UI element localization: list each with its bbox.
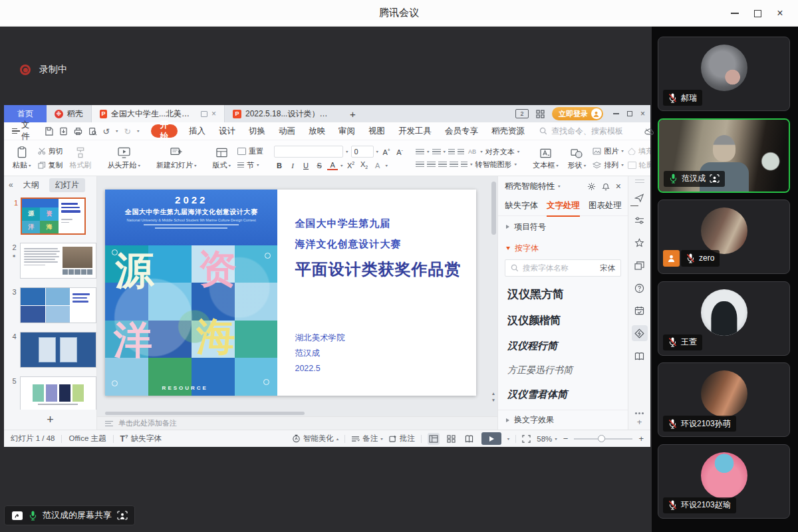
tab-grid-icon[interactable] — [536, 110, 545, 118]
collapse-panel-icon[interactable]: « — [9, 180, 13, 190]
align-center-icon[interactable] — [427, 162, 436, 168]
wps-close-icon[interactable]: × — [640, 110, 645, 118]
section-by-font[interactable]: 按字体 — [498, 237, 628, 259]
align-text-button[interactable]: 对齐文本▾ — [485, 147, 520, 157]
slide-thumbnail-preview[interactable] — [20, 287, 96, 323]
menu-item-review[interactable]: 审阅 — [332, 122, 362, 140]
notes-button[interactable]: 备注▾ — [351, 434, 383, 444]
slide-thumbnail-2[interactable]: 2✶ — [7, 243, 96, 279]
section-text-effects[interactable]: 换文字效果 — [498, 410, 628, 430]
text-direction-icon[interactable]: AB — [467, 148, 477, 155]
slide-thumbnail-5[interactable]: 5 — [7, 376, 96, 410]
font-list-item[interactable]: 汉仪雪君体简 — [507, 382, 618, 407]
superscript-button[interactable]: X2 — [346, 161, 356, 170]
play-options-caret-icon[interactable]: ▾ — [507, 436, 510, 441]
menu-item-transitions[interactable]: 切换 — [242, 122, 272, 140]
minimize-button[interactable] — [724, 0, 746, 27]
participant-tile[interactable]: 王萱 — [658, 281, 790, 356]
font-list-item[interactable]: 汉仪黑方简 — [507, 281, 618, 308]
line-spacing-icon[interactable] — [461, 162, 467, 168]
font-search-input[interactable] — [523, 264, 592, 272]
slide-thumbnail-preview[interactable] — [20, 243, 96, 279]
participant-tile[interactable]: 环设2103孙萌 — [658, 362, 790, 437]
help-clock-icon[interactable] — [632, 280, 648, 296]
scroll-down-icon[interactable]: ▼ — [491, 398, 495, 402]
zoom-in-button[interactable]: + — [638, 434, 644, 444]
tab-text-processing[interactable]: 文字处理 — [547, 195, 580, 217]
wps-restore-icon[interactable] — [627, 111, 632, 116]
increase-indent-icon[interactable] — [458, 149, 464, 155]
close-button[interactable]: × — [769, 0, 791, 27]
tab-slides[interactable]: 幻灯片 — [49, 178, 85, 192]
menu-item-member[interactable]: 会员专享 — [438, 122, 485, 140]
panel-title-caret-icon[interactable]: ▾ — [558, 184, 561, 189]
participant-tile[interactable]: 郝瑞 — [658, 37, 790, 111]
zoom-level[interactable]: 58%▾ — [537, 435, 557, 443]
panel-drag-handle[interactable] — [635, 180, 644, 183]
canvas-vertical-scrollbar[interactable] — [491, 179, 497, 386]
missing-font-status[interactable]: T? 缺失字体 — [120, 434, 162, 444]
increase-font-icon[interactable]: A+ — [381, 148, 392, 156]
slideshow-play-button[interactable] — [481, 432, 501, 445]
section-button[interactable]: 节▾ — [237, 160, 263, 170]
comments-button[interactable]: 批注 — [389, 434, 415, 444]
zoom-slider-knob[interactable] — [598, 435, 605, 442]
menu-item-docer-resources[interactable]: 稻壳资源 — [485, 122, 531, 140]
align-left-icon[interactable] — [416, 162, 424, 168]
to-smartart-button[interactable]: 转智能图形▾ — [475, 160, 517, 170]
copy-button[interactable]: 复制 — [38, 160, 63, 170]
menu-item-view[interactable]: 视图 — [362, 122, 392, 140]
font-list-item[interactable]: 汉仪程行简 — [507, 334, 618, 358]
slide-thumbnail-preview[interactable]: 源资洋海 — [21, 198, 85, 234]
slide-thumbnail-preview[interactable] — [20, 376, 96, 410]
normal-view-icon[interactable] — [428, 433, 440, 445]
zoom-slider[interactable] — [574, 438, 632, 440]
text-effects-button[interactable]: A — [372, 162, 383, 170]
align-right-icon[interactable] — [438, 162, 447, 168]
login-button[interactable]: 立即登录 — [552, 107, 603, 120]
menu-item-design[interactable]: 设计 — [212, 122, 242, 140]
notifications-bell-icon[interactable] — [602, 182, 610, 191]
new-slide-button[interactable]: 新建幻灯片▾ — [154, 146, 200, 170]
decrease-font-icon[interactable]: A- — [394, 148, 405, 156]
arrange-button[interactable]: 排列▾ — [593, 160, 624, 170]
tab-document-1[interactable]: P 全国大中学生...北美院范汉成 × — [91, 105, 224, 122]
numbering-icon[interactable] — [432, 149, 441, 155]
menu-item-devtools[interactable]: 开发工具 — [392, 122, 438, 140]
bullets-icon[interactable] — [416, 149, 424, 155]
reading-view-icon[interactable] — [464, 433, 475, 445]
add-slide-button[interactable]: + — [4, 410, 96, 430]
undo-icon[interactable]: ↺ — [103, 126, 110, 136]
shapes-button[interactable]: 形状▾ — [565, 146, 589, 170]
strikethrough-button[interactable]: S — [314, 162, 325, 170]
reset-button[interactable]: 重置 — [237, 146, 263, 156]
new-tab-button[interactable]: + — [343, 105, 362, 122]
font-size-input[interactable] — [351, 146, 374, 158]
menu-item-animations[interactable]: 动画 — [272, 122, 302, 140]
tab-outline[interactable]: 大纲 — [17, 178, 45, 192]
canvas-horizontal-scrollbar[interactable] — [105, 410, 487, 416]
export-pdf-icon[interactable] — [59, 127, 68, 136]
underline-button[interactable]: U — [301, 162, 311, 170]
print-icon[interactable] — [74, 127, 82, 136]
menu-item-slideshow[interactable]: 放映 — [302, 122, 332, 140]
theme-label[interactable]: Office 主题 — [68, 434, 106, 444]
participant-tile-active-speaker[interactable]: 范汉成 — [658, 118, 790, 193]
decrease-indent-icon[interactable] — [448, 149, 455, 155]
close-tab-icon[interactable]: × — [211, 109, 216, 118]
menu-item-start[interactable]: 开始 — [151, 124, 178, 138]
textbox-button[interactable]: 文本框▾ — [530, 146, 561, 170]
play-from-start-button[interactable]: 从头开始▾ — [105, 146, 144, 170]
tab-list-icon[interactable]: 2 — [515, 109, 529, 118]
redo-icon[interactable]: ↻ — [124, 126, 131, 136]
undo-caret-icon[interactable]: ▾ — [116, 129, 118, 134]
font-filter-dropdown[interactable]: 宋体 — [596, 263, 615, 273]
participant-tile[interactable]: 环设2103赵瑜 — [658, 444, 790, 519]
tab-document-2[interactable]: P 2022.5.18...设计类）范汉成教授 — [224, 105, 343, 122]
section-bullets[interactable]: 项目符号 — [498, 216, 628, 237]
tab-missing-fonts[interactable]: 缺失字体 — [505, 195, 538, 217]
font-list-item[interactable]: 汉仪颜楷简 — [507, 308, 618, 334]
subscript-button[interactable]: X2 — [359, 160, 370, 170]
justify-icon[interactable] — [450, 162, 458, 168]
font-list-item[interactable]: 方正晏迅行书简 — [507, 358, 618, 382]
